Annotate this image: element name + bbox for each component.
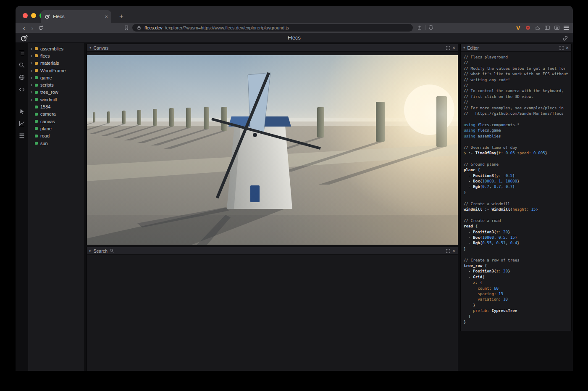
expand-arrow-icon[interactable]: › xyxy=(31,61,35,66)
tree-item-materials[interactable]: ›materials xyxy=(28,60,84,67)
code-line xyxy=(464,139,571,144)
tree-item-label: flecs xyxy=(40,53,50,58)
link-icon[interactable] xyxy=(562,35,569,42)
search-icon[interactable] xyxy=(17,61,26,70)
entity-square-icon xyxy=(35,120,38,123)
code-line: x: { xyxy=(464,280,571,285)
entity-square-icon xyxy=(35,127,38,130)
reload-icon[interactable] xyxy=(37,24,45,32)
tree-item-assemblies[interactable]: ›assemblies xyxy=(28,45,84,52)
code-line: } xyxy=(464,246,571,251)
collapse-icon[interactable]: ▾ xyxy=(463,46,465,50)
expand-arrow-icon[interactable]: › xyxy=(31,82,35,87)
expand-arrow-icon[interactable]: › xyxy=(31,97,35,102)
tab-title: Flecs xyxy=(53,14,102,19)
sidebar-toggle-icon[interactable] xyxy=(544,25,550,31)
tree-item-label: assemblies xyxy=(40,46,63,51)
tree-item-label: plane xyxy=(40,126,52,131)
browser-tab[interactable]: Flecs × xyxy=(41,10,111,23)
expand-arrow-icon[interactable]: › xyxy=(31,53,35,58)
tree-item-canvas[interactable]: ›canvas xyxy=(28,118,84,125)
tree-item-road[interactable]: ›road xyxy=(28,132,84,140)
close-icon[interactable]: × xyxy=(452,248,455,254)
entity-tree: ›assemblies›flecs›materials›WoodFrame›ga… xyxy=(28,43,84,371)
code-line: // Override time of day xyxy=(464,145,571,150)
tree-item-flecs[interactable]: ›flecs xyxy=(28,52,84,59)
tree-item-label: windmill xyxy=(40,97,57,102)
url-path: /explorer/?wasm=https://www.flecs.dev/ex… xyxy=(165,25,289,30)
puzzle-icon[interactable] xyxy=(535,25,541,31)
extension-red-icon[interactable] xyxy=(525,25,531,31)
entity-square-icon xyxy=(35,76,38,79)
forward-icon[interactable]: › xyxy=(28,24,37,32)
expand-arrow-icon[interactable]: › xyxy=(31,90,35,95)
collapse-icon[interactable]: ▸ xyxy=(89,249,92,253)
expand-arrow-icon[interactable]: › xyxy=(31,46,35,51)
search-results-area[interactable] xyxy=(87,255,458,371)
inspector-icon[interactable] xyxy=(17,107,26,116)
screen: Flecs × + ‹ › flecs xyxy=(0,0,588,391)
search-panel-header: ▸ Search × xyxy=(87,247,458,255)
code-line xyxy=(464,251,571,257)
tree-item-camera[interactable]: ›camera xyxy=(28,111,84,118)
tree-item-scripts[interactable]: ›scripts xyxy=(28,81,84,88)
tab-favicon xyxy=(44,13,50,19)
code-line: tree_row { xyxy=(464,263,571,268)
fullscreen-icon[interactable] xyxy=(446,46,450,50)
module-square-icon xyxy=(35,62,38,65)
fullscreen-icon[interactable] xyxy=(559,46,564,50)
entity-square-icon xyxy=(35,91,38,94)
tree-item-game[interactable]: ›game xyxy=(28,74,84,81)
tree-item-label: camera xyxy=(40,111,56,116)
expand-arrow-icon[interactable]: › xyxy=(31,75,35,80)
tree-item-tree_row[interactable]: ›tree_row xyxy=(28,89,84,96)
extension-v-icon[interactable] xyxy=(515,25,521,31)
close-icon[interactable]: × xyxy=(452,45,455,50)
module-square-icon xyxy=(35,69,38,72)
world-icon[interactable] xyxy=(17,73,26,82)
close-icon[interactable]: × xyxy=(566,45,569,50)
code-line: } xyxy=(464,314,571,319)
tree-item-sun[interactable]: ›sun xyxy=(28,140,84,147)
address-bar[interactable]: flecs.dev/explorer/?wasm=https://www.fle… xyxy=(132,24,413,32)
minimize-window-button[interactable] xyxy=(31,13,36,18)
code-line: // first click on the 3D view. xyxy=(464,94,571,99)
editor-code[interactable]: // Flecs playground//// Modify the value… xyxy=(461,52,571,328)
tree-item-plane[interactable]: ›plane xyxy=(28,125,84,132)
code-icon[interactable] xyxy=(17,85,26,94)
new-tab-button[interactable]: + xyxy=(116,11,126,21)
code-line xyxy=(464,116,571,122)
bookmark-icon[interactable] xyxy=(122,24,131,32)
close-window-button[interactable] xyxy=(23,13,28,18)
browser-window: Flecs × + ‹ › flecs xyxy=(16,6,573,371)
canvas-panel-header: ▾ Canvas × xyxy=(87,44,458,52)
collapse-icon[interactable]: ▾ xyxy=(89,46,92,50)
fullscreen-icon[interactable] xyxy=(446,249,450,253)
back-icon[interactable]: ‹ xyxy=(20,24,28,32)
stats-icon[interactable] xyxy=(17,119,26,128)
tree-item-windmill[interactable]: ›windmill xyxy=(28,96,84,103)
canvas-3d-view[interactable] xyxy=(87,55,458,245)
share-icon[interactable] xyxy=(415,24,424,32)
code-line xyxy=(464,212,571,217)
menu-icon[interactable] xyxy=(564,26,569,30)
code-line: - Box{10000, 1, 10000} xyxy=(464,178,571,184)
shield-icon[interactable] xyxy=(427,24,435,32)
code-line: plane { xyxy=(464,167,571,172)
tree-item-label: scripts xyxy=(40,82,54,87)
code-line: // what it's like to work with an ECS wi… xyxy=(464,71,571,77)
tree-item-1584[interactable]: ›1584 xyxy=(28,103,84,110)
expand-arrow-icon[interactable]: › xyxy=(31,68,35,73)
code-line: using flecs.game xyxy=(464,127,571,133)
code-line: // Modify the values below to get a feel… xyxy=(464,66,571,71)
editor-panel-header: ▾ Editor × xyxy=(461,44,571,52)
code-line: // Create a windmill xyxy=(464,201,571,206)
tab-close-icon[interactable]: × xyxy=(105,13,108,20)
extension-area xyxy=(515,25,569,31)
memory-icon[interactable] xyxy=(17,131,26,140)
profile-icon[interactable] xyxy=(554,25,560,31)
tree-item-WoodFrame[interactable]: ›WoodFrame xyxy=(28,67,84,74)
entity-square-icon xyxy=(35,84,38,87)
tree-icon[interactable] xyxy=(17,48,26,58)
search-glyph-icon xyxy=(110,248,114,253)
